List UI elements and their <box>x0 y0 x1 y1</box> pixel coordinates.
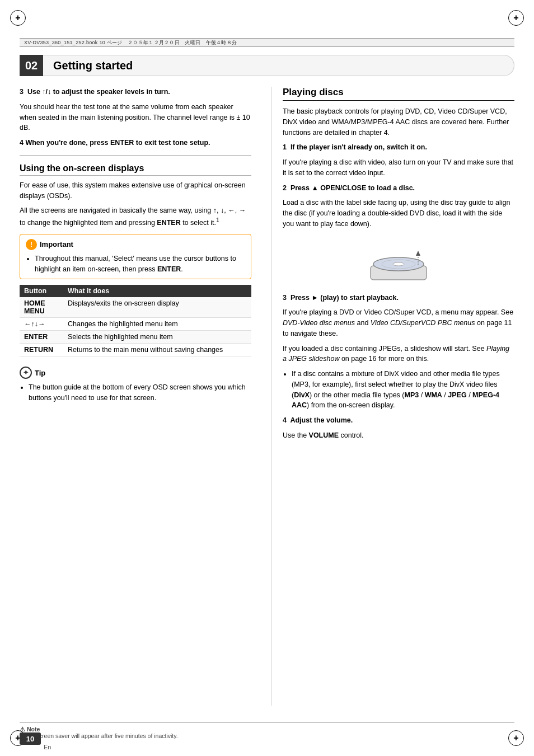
step3-body: You should hear the test tone at the sam… <box>20 102 251 133</box>
right-step4-body: Use the VOLUME control. <box>283 430 514 441</box>
note-area: ⚠ Note 1 The screen saver will appear af… <box>20 722 514 739</box>
table-cell-desc: Changes the highlighted menu item <box>63 318 251 331</box>
table-cell-desc: Returns to the main menu without saving … <box>63 344 251 356</box>
left-column: 3 Use ↑/↓ to adjust the speaker levels i… <box>20 87 254 706</box>
important-box: ! Important Throughout this manual, 'Sel… <box>20 234 251 280</box>
right-step3-heading: 3 Press ► (play) to start playback. <box>283 293 514 303</box>
right-column: Playing discs The basic playback control… <box>271 87 514 706</box>
section1-intro2: All the screens are navigated in basical… <box>20 205 251 228</box>
header-file-info: XV-DV353_360_151_252.book 10 ページ ２０５年１２月… <box>20 38 514 47</box>
right-step3-bullets: If a disc contains a mixture of DivX vid… <box>283 369 514 411</box>
table-row: RETURN Returns to the main menu without … <box>20 344 251 356</box>
page-lang: En <box>44 744 51 750</box>
disc-image <box>283 235 514 287</box>
table-header-button: Button <box>20 285 63 297</box>
page-number: 10 <box>20 732 41 745</box>
right-step2-body: Load a disc with the label side facing u… <box>283 198 514 229</box>
section1-heading: Using the on-screen displays <box>20 163 251 176</box>
step3-heading: 3 Use ↑/↓ to adjust the speaker levels i… <box>20 87 251 97</box>
chapter-title-box: Getting started <box>43 55 514 76</box>
svg-marker-5 <box>416 251 420 256</box>
table-cell-button: ←↑↓→ <box>20 318 63 331</box>
tip-header: ✦ Tip <box>20 367 251 379</box>
important-bullet: Throughout this manual, 'Select' means u… <box>35 253 245 275</box>
reg-mark-tl <box>10 10 26 26</box>
button-table: Button What it does HOMEMENU Displays/ex… <box>20 285 251 356</box>
disc-illustration <box>365 235 432 285</box>
playing-intro: The basic playback controls for playing … <box>283 106 514 138</box>
divider-1 <box>20 155 251 156</box>
right-step4-heading: 4 Adjust the volume. <box>283 415 514 426</box>
chapter-header: 02 Getting started <box>20 55 514 76</box>
important-list: Throughout this manual, 'Select' means u… <box>26 253 245 275</box>
note-label: ⚠ Note <box>20 726 40 732</box>
table-cell-desc: Selects the highlighted menu item <box>63 331 251 344</box>
table-cell-button: ENTER <box>20 331 63 344</box>
table-cell-desc: Displays/exits the on-screen display <box>63 297 251 318</box>
chapter-title: Getting started <box>53 59 133 72</box>
table-row: ←↑↓→ Changes the highlighted menu item <box>20 318 251 331</box>
right-step2-heading: 2 Press ▲ OPEN/CLOSE to load a disc. <box>283 183 514 194</box>
svg-point-2 <box>393 262 404 266</box>
tip-list: The button guide at the bottom of every … <box>20 382 251 403</box>
important-label: Important <box>40 240 73 248</box>
main-content: 3 Use ↑/↓ to adjust the speaker levels i… <box>20 87 514 706</box>
right-step3-body2: If you loaded a disc containing JPEGs, a… <box>283 344 514 365</box>
tip-box: ✦ Tip The button guide at the bottom of … <box>20 362 251 408</box>
playing-discs-heading: Playing discs <box>283 87 514 101</box>
table-cell-button: RETURN <box>20 344 63 356</box>
important-icon: ! <box>26 239 37 250</box>
step4-heading: 4 When you're done, press ENTER to exit … <box>20 138 251 148</box>
right-step1-body: If you're playing a disc with video, als… <box>283 157 514 179</box>
table-cell-button: HOMEMENU <box>20 297 63 318</box>
table-header-what: What it does <box>63 285 251 297</box>
right-step1-heading: 1 If the player isn't already on, switch… <box>283 142 514 153</box>
tip-icon: ✦ <box>20 367 32 379</box>
right-step3-body1: If you're playing a DVD or Video CD/Supe… <box>283 307 514 339</box>
section1-intro1: For ease of use, this system makes exten… <box>20 180 251 201</box>
table-row: HOMEMENU Displays/exits the on-screen di… <box>20 297 251 318</box>
reg-mark-tr <box>508 10 524 26</box>
right-step3-bullet1: If a disc contains a mixture of DivX vid… <box>292 369 514 411</box>
chapter-number: 02 <box>20 55 43 76</box>
tip-label: Tip <box>35 369 45 377</box>
tip-bullet: The button guide at the bottom of every … <box>29 382 251 403</box>
important-header: ! Important <box>26 239 245 250</box>
table-row: ENTER Selects the highlighted menu item <box>20 331 251 344</box>
note-text: 1 The screen saver will appear after fiv… <box>20 732 178 739</box>
